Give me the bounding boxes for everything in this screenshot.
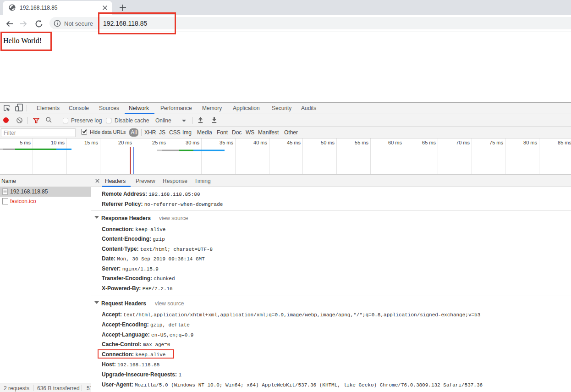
- svg-text:20 ms: 20 ms: [118, 140, 132, 145]
- svg-text:45 ms: 45 ms: [287, 140, 301, 145]
- svg-text:55 ms: 55 ms: [355, 140, 368, 145]
- svg-text:30 ms: 30 ms: [186, 140, 199, 145]
- svg-text:40 ms: 40 ms: [253, 140, 267, 145]
- svg-text:75 ms: 75 ms: [489, 140, 503, 145]
- svg-text:60 ms: 60 ms: [388, 140, 402, 145]
- svg-text:70 ms: 70 ms: [456, 140, 470, 145]
- svg-text:50 ms: 50 ms: [321, 140, 335, 145]
- svg-text:15 ms: 15 ms: [84, 140, 98, 145]
- svg-text:80 ms: 80 ms: [523, 140, 537, 145]
- svg-text:65 ms: 65 ms: [422, 140, 436, 145]
- svg-text:5 ms: 5 ms: [20, 140, 31, 145]
- svg-text:35 ms: 35 ms: [220, 140, 233, 145]
- svg-text:10 ms: 10 ms: [51, 140, 65, 145]
- svg-text:25 ms: 25 ms: [152, 140, 166, 145]
- svg-text:85 ms: 85 ms: [558, 140, 571, 145]
